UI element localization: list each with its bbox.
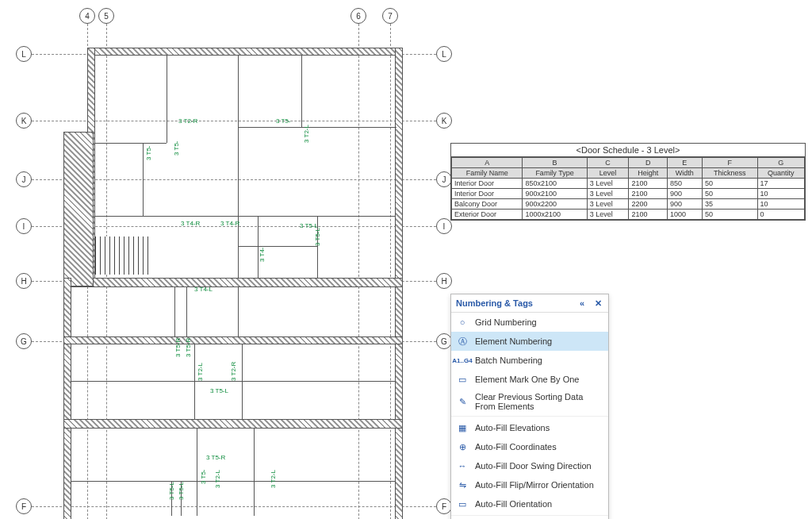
schedule-cell: Balcony Door: [452, 199, 523, 210]
grid-bubble-7: 7: [382, 8, 398, 24]
collapse-icon[interactable]: «: [576, 298, 588, 309]
panel-item-label: Clear Previous Sorting Data From Element…: [475, 392, 603, 411]
door-tag: 3 T5-R: [206, 454, 225, 461]
wall: [238, 287, 239, 336]
grid-line: [32, 506, 444, 507]
door-tag: 3 T5-: [200, 469, 207, 484]
panel-item-auto-fill-flip-mirror-orientation[interactable]: ⇋Auto-Fill Flip/Mirror Orientation: [451, 475, 608, 494]
panel-item-label: Auto-Fill Orientation: [475, 499, 552, 509]
panel-item-label: Auto-Fill Door Swing Direction: [475, 461, 592, 471]
door-tag: 3 T5-L: [314, 228, 321, 246]
schedule-header: Level: [587, 168, 629, 179]
grid-bubble-F-r: F: [436, 498, 452, 514]
grid-bubble-G-r: G: [436, 333, 452, 349]
table-row[interactable]: Interior Door850x21003 Level21008505017: [452, 179, 805, 189]
panel-item-icon: Ⓐ: [456, 335, 469, 348]
schedule-header: Family Type: [523, 168, 587, 179]
panel-item-icon: A1..G4: [456, 354, 469, 367]
grid-bubble-H-r: H: [436, 273, 452, 289]
wall: [63, 278, 403, 287]
grid-bubble-6: 6: [350, 8, 366, 24]
grid-bubble-I: I: [16, 218, 32, 234]
panel-item-auto-fill-orientation[interactable]: ▭Auto-Fill Orientation: [451, 494, 608, 513]
panel-item-auto-fill-elevations[interactable]: ▦Auto-Fill Elevations: [451, 418, 608, 437]
grid-bubble-4: 4: [79, 8, 95, 24]
schedule-cell: 1000: [667, 210, 702, 220]
wall: [174, 287, 175, 336]
panel-item-auto-fill-coordinates[interactable]: ⊕Auto-Fill Coordinates: [451, 437, 608, 456]
door-tag: 3 T2-L: [270, 470, 277, 488]
door-tag: 3 T4-R: [220, 220, 239, 227]
panel-item-icon: ○: [456, 316, 469, 329]
panel-item-label: Auto-Fill Coordinates: [475, 442, 557, 452]
floor-plan-view[interactable]: 4567 LKJIHGF LKJIHGF 3 T2-R3 T5-3 T2-L3 …: [16, 8, 460, 516]
wall: [95, 216, 395, 217]
schedule-cell: 3 Level: [587, 189, 629, 199]
door-tag: 3 T5-L: [178, 482, 185, 500]
schedule-cell: Interior Door: [452, 179, 523, 189]
wall: [63, 132, 94, 286]
door-tag: 3 T2-L: [214, 470, 221, 488]
panel-item-icon: ▭: [456, 373, 469, 386]
wall: [197, 429, 197, 516]
wall: [63, 336, 403, 344]
panel-item-element-numbering[interactable]: ⒶElement Numbering: [451, 332, 608, 351]
wall: [95, 143, 167, 144]
schedule-col-letter: D: [629, 158, 667, 168]
table-row[interactable]: Interior Door900x21003 Level21009005010: [452, 189, 805, 199]
door-tag: 3 T5-R: [174, 338, 182, 357]
stair: [95, 236, 151, 275]
numbering-tags-panel: Numbering & Tags « ✕ ○Grid NumberingⒶEle…: [450, 294, 609, 519]
schedule-cell: 50: [702, 210, 757, 220]
schedule-header: Thickness: [702, 168, 757, 179]
panel-item-label: Batch Numbering: [475, 356, 542, 365]
grid-bubble-J-r: J: [436, 171, 452, 187]
grid-bubble-K-r: K: [436, 113, 452, 129]
panel-item-batch-numbering[interactable]: A1..G4Batch Numbering: [451, 351, 608, 370]
schedule-cell: 900: [667, 199, 702, 210]
grid-bubble-G: G: [16, 333, 32, 349]
schedule-cell: 50: [702, 189, 757, 199]
grid-bubble-H: H: [16, 273, 32, 289]
schedule-cell: 900x2100: [523, 189, 587, 199]
wall: [238, 56, 239, 278]
schedule-cell: 900x2200: [523, 199, 587, 210]
panel-item-grid-numbering[interactable]: ○Grid Numbering: [451, 313, 608, 332]
wall: [194, 344, 195, 419]
panel-item-label: Element Numbering: [475, 336, 552, 346]
schedule-header: Width: [667, 168, 702, 179]
door-tag: 3 T2-R: [230, 362, 237, 381]
wall: [238, 127, 396, 128]
schedule-table: ABCDEFG Family NameFamily TypeLevelHeigh…: [451, 157, 805, 220]
grid-bubble-K: K: [16, 113, 32, 129]
panel-item-auto-fill-door-swing-direction[interactable]: ↔Auto-Fill Door Swing Direction: [451, 456, 608, 475]
schedule-cell: 0: [757, 210, 804, 220]
wall: [143, 143, 144, 216]
table-row[interactable]: Balcony Door900x22003 Level22009003510: [452, 199, 805, 210]
schedule-cell: 850: [667, 179, 702, 189]
schedule-col-letter: B: [523, 158, 587, 168]
panel-item-icon: ▭: [456, 498, 469, 510]
door-tag: 3 T4-L: [194, 286, 213, 293]
wall: [242, 344, 243, 419]
schedule-cell: 2200: [629, 199, 667, 210]
schedule-cell: 3 Level: [587, 210, 629, 220]
schedule-cell: 10: [757, 199, 804, 210]
table-row[interactable]: Exterior Door1000x21003 Level21001000500: [452, 210, 805, 220]
panel-item-clear-previous-sorting-data-from-elements[interactable]: ✎Clear Previous Sorting Data From Elemen…: [451, 389, 608, 414]
schedule-cell: 10: [757, 189, 804, 199]
close-icon[interactable]: ✕: [592, 298, 603, 309]
schedule-cell: 850x2100: [523, 179, 587, 189]
schedule-cell: Interior Door: [452, 189, 523, 199]
schedule-col-letter: E: [667, 158, 702, 168]
schedule-col-letter: G: [757, 158, 804, 168]
panel-item-icon: ↔: [456, 459, 469, 472]
schedule-cell: 3 Level: [587, 179, 629, 189]
panel-item-label: Grid Numbering: [475, 317, 537, 327]
schedule-cell: 1000x2100: [523, 210, 587, 220]
door-tag: 3 T5-: [173, 140, 180, 156]
panel-item-icon: ✎: [456, 395, 469, 408]
panel-item-element-mark-one-by-one[interactable]: ▭Element Mark One By One: [451, 370, 608, 389]
wall: [87, 48, 403, 56]
grid-line: [390, 24, 391, 519]
